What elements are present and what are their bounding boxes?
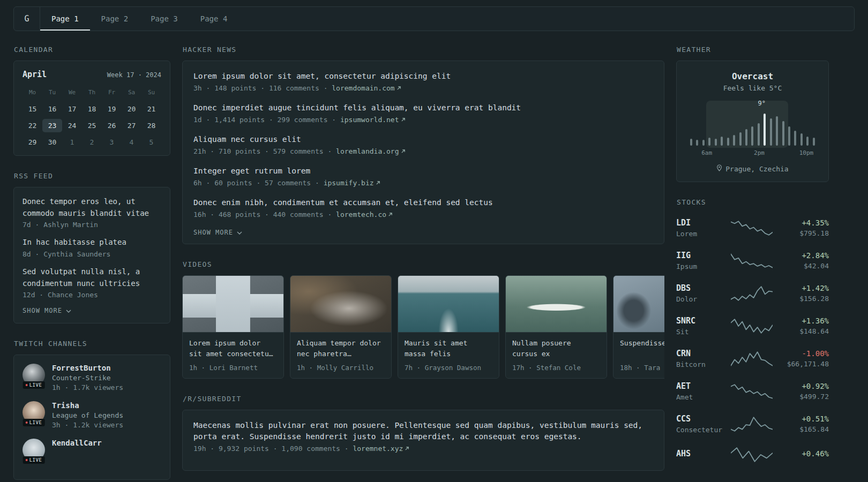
live-dot-icon [26, 384, 28, 386]
rss-item-title[interactable]: In hac habitasse platea [23, 237, 161, 248]
calendar-day: 30 [42, 135, 62, 149]
subreddit-section: /R/SUBREDDIT Maecenas mollis pulvinar er… [182, 395, 664, 471]
page: G Page 1 Page 2 Page 3 Page 4 CALENDAR A… [0, 0, 868, 482]
stock-symbol: CRN [676, 349, 731, 358]
hn-item-title[interactable]: Lorem ipsum dolor sit amet, consectetur … [193, 71, 653, 82]
stock-change: +2.84% [773, 251, 829, 260]
live-dot-icon [26, 421, 28, 424]
hn-item-domain[interactable]: loremdomain.com [332, 84, 394, 92]
rss-item-title[interactable]: Sed volutpat nulla nisl, a condimentum n… [23, 266, 161, 289]
hn-item-meta: 6h · 60 points · 57 comments · ipsumify.… [193, 179, 653, 187]
stocks-section-title: STOCKS [677, 198, 829, 206]
hn-item-title[interactable]: Aliquam nec cursus elit [193, 134, 653, 145]
hn-item: Integer eget rutrum lorem 6h · 60 points… [193, 165, 653, 187]
twitch-channel[interactable]: LIVE ForrestBurton Counter-Strike 1h · 1… [23, 364, 161, 391]
stock-row[interactable]: LDILorem +4.35%$795.18 [676, 218, 829, 238]
stock-row[interactable]: DBSDolor +1.42%$156.28 [676, 283, 829, 303]
hn-item-title[interactable]: Donec imperdiet augue tincidunt felis al… [193, 102, 653, 114]
stock-row[interactable]: SNRCSit +1.36%$148.64 [676, 316, 829, 336]
live-label: LIVE [29, 420, 42, 425]
rss-show-more-button[interactable]: SHOW MORE [23, 307, 161, 314]
videos-section-title: VIDEOS [183, 260, 664, 268]
tab-page-1[interactable]: Page 1 [40, 7, 90, 31]
twitch-section-title: TWITCH CHANNELS [14, 340, 170, 348]
calendar-day: 22 [23, 119, 42, 132]
weekday-label: Mo [23, 87, 42, 99]
channel-name[interactable]: Trisha [52, 401, 123, 410]
hn-item-domain[interactable]: loremlandia.org [336, 147, 399, 155]
rss-item[interactable]: In hac habitasse platea 8d · Cynthia Sau… [23, 237, 161, 258]
twitch-channel[interactable]: LIVE KendallCarr [23, 439, 161, 461]
stock-sparkline [731, 351, 773, 367]
video-thumbnail [506, 276, 607, 333]
stock-symbol: IIG [676, 251, 731, 260]
stock-name: Bitcorn [676, 360, 731, 368]
video-card[interactable]: Nullam posuere cursus ex 17h · Stefan Co… [505, 275, 607, 379]
stock-price: $66,171.48 [773, 360, 829, 368]
video-card[interactable]: Suspendisse diam 18h · Tara [613, 275, 664, 379]
stock-name: Lorem [676, 230, 731, 238]
stock-change: +0.51% [773, 415, 829, 423]
reddit-post-title[interactable]: Maecenas mollis pulvinar erat non posuer… [193, 420, 653, 442]
video-card[interactable]: Mauris sit amet massa felis 7h · Grayson… [398, 275, 499, 379]
video-card[interactable]: Aliquam tempor dolor nec pharetra… 1h · … [290, 275, 392, 379]
live-badge: LIVE [23, 456, 45, 464]
weather-feels-like: Feels like 5°C [685, 84, 820, 92]
rss-item[interactable]: Donec tempor eros leo, ut commodo mauris… [23, 196, 161, 229]
hackernews-section: HACKER NEWS Lorem ipsum dolor sit amet, … [182, 46, 664, 244]
tab-page-4[interactable]: Page 4 [189, 7, 239, 31]
rss-item-meta: 7d · Ashlyn Martin [23, 221, 161, 229]
stock-sparkline [731, 253, 773, 269]
calendar-month: April [23, 70, 47, 79]
calendar-day: 16 [42, 102, 62, 116]
stock-symbol: AET [676, 381, 731, 391]
hn-meta-text: 21h · 710 points · 579 comments · [193, 147, 336, 155]
live-label: LIVE [29, 457, 42, 463]
calendar-day: 21 [141, 102, 161, 116]
hackernews-card: Lorem ipsum dolor sit amet, consectetur … [182, 61, 664, 244]
stock-price: $795.18 [773, 229, 829, 237]
rss-item-title[interactable]: Donec tempor eros leo, ut commodo mauris… [23, 196, 161, 219]
rss-item[interactable]: Sed volutpat nulla nisl, a condimentum n… [23, 266, 161, 299]
stock-sparkline [731, 447, 773, 463]
calendar-header-row: April Week 17 · 2024 [23, 70, 161, 79]
calendar-grid: Mo Tu We Th Fr Sa Su 15 16 17 18 19 20 2… [23, 87, 161, 149]
reddit-post-domain[interactable]: loremnet.xyz [353, 445, 403, 453]
time-label: 2pm [754, 149, 765, 156]
channel-name[interactable]: KendallCarr [52, 439, 102, 447]
live-badge: LIVE [23, 419, 45, 426]
weather-location-row: Prague, Czechia [685, 164, 820, 173]
stock-row[interactable]: CRNBitcorn -1.00%$66,171.48 [676, 349, 829, 368]
app-logo[interactable]: G [14, 7, 40, 31]
tab-page-2[interactable]: Page 2 [90, 7, 140, 31]
hn-item-domain[interactable]: ipsumify.biz [324, 179, 374, 187]
channel-avatar: LIVE [23, 439, 45, 461]
calendar-day: 24 [62, 119, 82, 132]
video-card[interactable]: Lorem ipsum dolor sit amet consectetu… 1… [182, 275, 284, 379]
hn-item-domain[interactable]: ipsumworld.net [340, 116, 399, 124]
stock-change: +1.36% [773, 317, 829, 325]
stock-row[interactable]: AHS +0.46% [676, 447, 829, 463]
hn-item-title[interactable]: Integer eget rutrum lorem [193, 165, 653, 177]
rss-card: Donec tempor eros leo, ut commodo mauris… [13, 187, 170, 323]
tab-page-3[interactable]: Page 3 [139, 7, 189, 31]
weather-chart: 9° [686, 101, 819, 146]
stock-change: +0.46% [773, 449, 829, 458]
stock-row[interactable]: IIGIpsum +2.84%$42.04 [676, 251, 829, 270]
stock-row[interactable]: CCSConsectetur +0.51%$165.84 [676, 414, 829, 434]
weather-section: WEATHER Overcast Feels like 5°C 9° 6am 2… [676, 46, 829, 182]
external-link-icon [401, 116, 406, 124]
channel-game: Counter-Strike [52, 374, 123, 382]
stock-symbol: CCS [676, 414, 731, 424]
hn-show-more-button[interactable]: SHOW MORE [193, 229, 653, 236]
rss-item-meta: 12d · Chance Jones [23, 291, 161, 299]
stock-name: Consectetur [676, 426, 731, 434]
video-title: Suspendisse diam [620, 338, 664, 360]
rss-item-meta: 8d · Cynthia Saunders [23, 250, 161, 258]
stock-name: Sit [676, 328, 731, 336]
stock-row[interactable]: AETAmet +0.92%$499.72 [676, 381, 829, 401]
hn-item-title[interactable]: Donec enim nibh, condimentum et accumsan… [193, 197, 653, 208]
twitch-channel[interactable]: LIVE Trisha League of Legends 3h · 1.2k … [23, 401, 161, 429]
hn-item-domain[interactable]: loremtech.co [336, 210, 386, 219]
channel-name[interactable]: ForrestBurton [52, 364, 123, 372]
